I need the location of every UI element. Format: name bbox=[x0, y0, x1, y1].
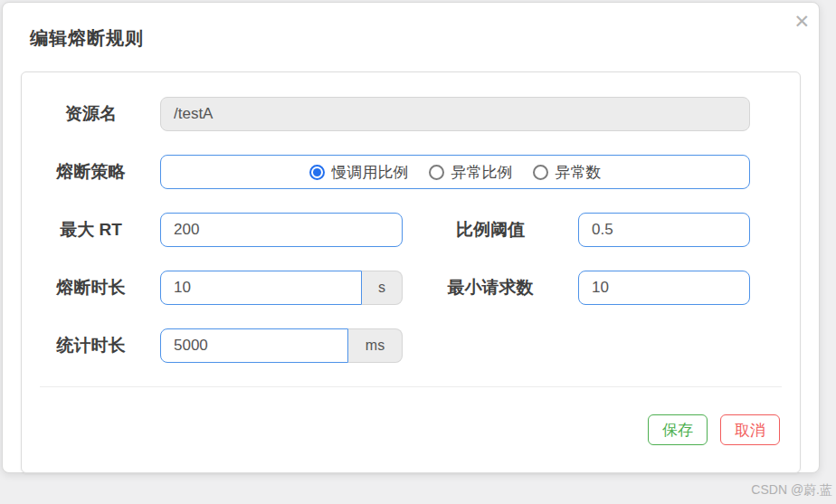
resource-row: 资源名 bbox=[22, 97, 800, 131]
recovery-timeout-row: 熔断时长 s 最小请求数 bbox=[22, 271, 800, 305]
stat-interval-row: 统计时长 ms bbox=[22, 328, 800, 363]
ratio-threshold-label: 比例阈值 bbox=[403, 218, 578, 242]
seconds-unit-addon: s bbox=[362, 271, 403, 305]
form-panel: 资源名 熔断策略 慢调用比例 异常比例 bbox=[21, 71, 801, 473]
strategy-row: 熔断策略 慢调用比例 异常比例 异常数 bbox=[22, 155, 800, 189]
strategy-label: 熔断策略 bbox=[22, 160, 160, 184]
radio-selected-icon bbox=[309, 165, 325, 180]
stat-interval-input[interactable] bbox=[160, 328, 348, 363]
watermark-text: CSDN @蔚.蓝 bbox=[751, 482, 832, 499]
min-request-input[interactable] bbox=[578, 271, 750, 305]
close-icon[interactable]: ✕ bbox=[793, 12, 810, 31]
resource-input bbox=[160, 97, 750, 131]
resource-label: 资源名 bbox=[22, 102, 160, 126]
cancel-button[interactable]: 取消 bbox=[720, 414, 780, 445]
strategy-option-error-count[interactable]: 异常数 bbox=[533, 162, 602, 183]
max-rt-label: 最大 RT bbox=[22, 218, 160, 242]
recovery-timeout-input[interactable] bbox=[160, 271, 362, 305]
strategy-option-error-ratio[interactable]: 异常比例 bbox=[429, 162, 513, 183]
dialog-footer: 保存 取消 bbox=[22, 387, 800, 445]
recovery-timeout-label: 熔断时长 bbox=[22, 276, 160, 300]
dialog-title: 编辑熔断规则 bbox=[30, 26, 792, 51]
strategy-option-slow-call-ratio[interactable]: 慢调用比例 bbox=[309, 162, 409, 183]
radio-unselected-icon bbox=[533, 165, 548, 180]
strategy-radio-group: 慢调用比例 异常比例 异常数 bbox=[160, 155, 750, 189]
ratio-threshold-input[interactable] bbox=[578, 213, 750, 247]
max-rt-input[interactable] bbox=[160, 213, 403, 247]
edit-circuit-breaker-rule-dialog: 编辑熔断规则 ✕ 资源名 熔断策略 慢调用比例 异常比例 bbox=[2, 2, 820, 473]
dialog-header: 编辑熔断规则 ✕ bbox=[3, 3, 819, 71]
min-request-label: 最小请求数 bbox=[403, 276, 578, 300]
stat-interval-label: 统计时长 bbox=[22, 334, 160, 357]
radio-unselected-icon bbox=[429, 165, 444, 180]
max-rt-row: 最大 RT 比例阈值 bbox=[22, 213, 800, 247]
save-button[interactable]: 保存 bbox=[648, 414, 708, 445]
milliseconds-unit-addon: ms bbox=[348, 328, 403, 363]
